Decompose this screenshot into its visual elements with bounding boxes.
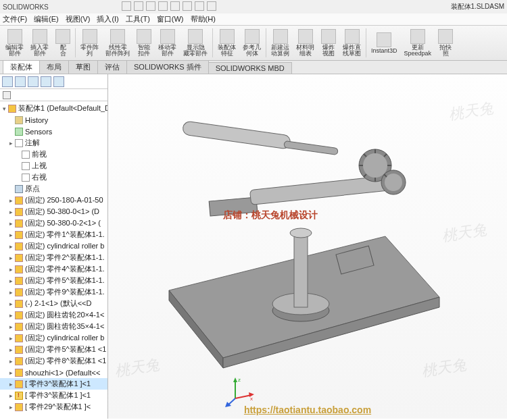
command-tab[interactable]: 评估 — [97, 60, 127, 74]
qat-save-icon[interactable] — [146, 1, 155, 11]
tree-item[interactable]: ▸(固定) 50-380-0-2<1> ( — [0, 217, 107, 229]
cube-icon — [15, 231, 23, 239]
tree-item[interactable]: ▸(固定) 250-180-A-01-50 — [0, 194, 107, 206]
cube-icon — [15, 288, 23, 296]
ribbon-button[interactable]: 零件阵 列 — [78, 27, 101, 59]
tree-item[interactable]: ▸注解 — [0, 137, 107, 149]
tree-item[interactable]: ▸(-) 2-1<1> (默认<<D — [0, 298, 107, 309]
expand-icon[interactable]: ▸ — [8, 220, 14, 227]
tree-item[interactable]: ▸(固定) 零件5^装配体1-1. — [0, 275, 107, 286]
expand-icon[interactable]: ▸ — [8, 323, 14, 330]
view-triad[interactable]: z x — [223, 375, 257, 409]
tree-item[interactable]: ▸(固定) 圆柱齿轮35×4-1< — [0, 321, 107, 332]
feature-tree-tab-icon[interactable] — [2, 76, 13, 87]
ribbon-button[interactable]: 插入零 部件 — [28, 27, 51, 59]
qat-undo-icon[interactable] — [170, 1, 180, 11]
tree-item[interactable]: 右视 — [0, 172, 107, 183]
tree-item[interactable]: ▸(固定) 50-380-0<1> (D — [0, 206, 107, 217]
ribbon-button[interactable]: 新建运 动算例 — [268, 27, 292, 59]
menu-file[interactable]: 文件(F) — [3, 14, 27, 24]
ribbon-icon — [7, 29, 22, 44]
menu-view[interactable]: 视图(V) — [66, 14, 91, 24]
dimxpert-tab-icon[interactable] — [41, 76, 51, 87]
qat-new-icon[interactable] — [122, 1, 131, 11]
qat-open-icon[interactable] — [134, 1, 143, 11]
ribbon-button[interactable]: 装配体 特征 — [215, 27, 239, 59]
expand-icon[interactable]: ▸ — [8, 335, 14, 342]
command-tab[interactable]: 草图 — [68, 60, 98, 74]
expand-icon[interactable]: ▸ — [8, 358, 14, 365]
tree-item[interactable]: 前视 — [0, 149, 107, 160]
qat-redo-icon[interactable] — [183, 1, 192, 11]
ribbon-button[interactable]: 编辑零 部件 — [3, 27, 26, 59]
ribbon-button[interactable]: 爆炸 视图 — [318, 27, 339, 59]
filter-icon[interactable] — [3, 91, 11, 99]
menu-insert[interactable]: 插入(I) — [97, 14, 118, 24]
tree-item[interactable]: 上视 — [0, 160, 107, 172]
qat-options-icon[interactable] — [207, 1, 216, 11]
tree-item[interactable]: ▸[ 零件29^装配体1 ]< — [0, 401, 107, 413]
expand-icon[interactable]: ▸ — [8, 255, 14, 261]
ribbon-label: 材料明 细表 — [296, 45, 314, 57]
property-tab-icon[interactable] — [15, 76, 26, 87]
tree-item[interactable]: ▸(固定) 零件5^装配体1 <1 — [0, 344, 107, 355]
expand-icon[interactable]: ▸ — [8, 289, 14, 296]
expand-icon[interactable]: ▸ — [8, 197, 14, 204]
expand-icon[interactable]: ▸ — [8, 278, 14, 284]
menu-help[interactable]: 帮助(H) — [191, 14, 216, 24]
expand-icon[interactable]: ▸ — [8, 346, 14, 353]
display-tab-icon[interactable] — [53, 76, 64, 87]
expand-icon[interactable]: ▸ — [8, 300, 14, 307]
ribbon-button[interactable]: 智能 扣件 — [134, 27, 154, 59]
ribbon-button[interactable]: 参考几 何体 — [240, 27, 264, 59]
ribbon-button[interactable]: 显示隐 藏零部件 — [180, 27, 210, 59]
ribbon-button[interactable]: 更新 Speedpak — [402, 27, 435, 59]
graphics-viewport[interactable]: 桃天兔 桃天兔 桃天兔 桃天兔 — [108, 74, 507, 419]
tree-item[interactable]: History — [0, 114, 107, 126]
tree-item[interactable]: ▸(固定) 零件9^装配体1-1. — [0, 286, 107, 298]
command-tab[interactable]: SOLIDWORKS 插件 — [126, 60, 209, 74]
menu-edit[interactable]: 编辑(E) — [34, 14, 59, 24]
expand-icon[interactable]: ▸ — [8, 381, 14, 388]
tree-item[interactable]: ▸(固定) 零件1^装配体1-1. — [0, 229, 107, 240]
tree-item[interactable]: ▸shouzhi<1> (Default<< — [0, 367, 107, 378]
ribbon-button[interactable]: 拍快 照 — [435, 27, 456, 59]
doc-icon — [22, 151, 30, 159]
tree-item[interactable]: 原点 — [0, 183, 107, 194]
expand-icon[interactable]: ▸ — [8, 392, 14, 399]
tree-item[interactable]: ▸(固定) 圆柱齿轮20×4-1< — [0, 309, 107, 321]
tree-item[interactable]: ▸(固定) cylindrical roller b — [0, 240, 107, 252]
expand-icon[interactable]: ▾ — [1, 105, 7, 112]
tree-item[interactable]: ▸[ 零件3^装配体1 ]<1 — [0, 378, 107, 390]
expand-icon[interactable]: ▸ — [8, 404, 14, 411]
ribbon-button[interactable]: Instant3D — [368, 27, 400, 59]
expand-icon[interactable]: ▸ — [8, 232, 14, 238]
ribbon-button[interactable]: 移动零 部件 — [155, 27, 179, 59]
ribbon-button[interactable]: 线性零 部件阵列 — [103, 27, 132, 59]
ribbon-button[interactable]: 材料明 细表 — [293, 27, 317, 59]
expand-icon[interactable]: ▸ — [8, 369, 14, 376]
tree-item[interactable]: ▸(固定) cylindrical roller b — [0, 332, 107, 344]
command-tab[interactable]: 装配体 — [3, 60, 40, 74]
tree-item[interactable]: Sensors — [0, 126, 107, 137]
qat-rebuild-icon[interactable] — [195, 1, 204, 11]
expand-icon[interactable]: ▸ — [8, 140, 14, 147]
qat-print-icon[interactable] — [158, 1, 168, 11]
tree-item[interactable]: ▸(固定) 零件2^装配体1-1. — [0, 252, 107, 263]
config-tab-icon[interactable] — [28, 76, 39, 87]
command-tab[interactable]: SOLIDWORKS MBD — [208, 62, 292, 74]
ribbon-button[interactable]: 爆炸直 线草图 — [340, 27, 364, 59]
expand-icon[interactable]: ▸ — [8, 312, 14, 319]
ribbon-button[interactable]: 配 合 — [53, 27, 73, 59]
expand-icon[interactable]: ▸ — [8, 243, 14, 250]
command-tab[interactable]: 布局 — [39, 60, 69, 74]
feature-tree[interactable]: ▾ 装配体1 (Default<Default_D HistorySensors… — [0, 101, 107, 419]
expand-icon[interactable]: ▸ — [8, 209, 14, 215]
menu-tools[interactable]: 工具(T) — [126, 14, 150, 24]
expand-icon[interactable]: ▸ — [8, 266, 14, 273]
tree-item[interactable]: ▸(固定) 零件8^装配体1 <1 — [0, 355, 107, 367]
menu-window[interactable]: 窗口(W) — [157, 14, 184, 24]
tree-root[interactable]: ▾ 装配体1 (Default<Default_D — [0, 103, 107, 114]
tree-item[interactable]: ▸[ 零件3^装配体1 ]<1 — [0, 390, 107, 401]
tree-item[interactable]: ▸(固定) 零件4^装配体1-1. — [0, 263, 107, 275]
